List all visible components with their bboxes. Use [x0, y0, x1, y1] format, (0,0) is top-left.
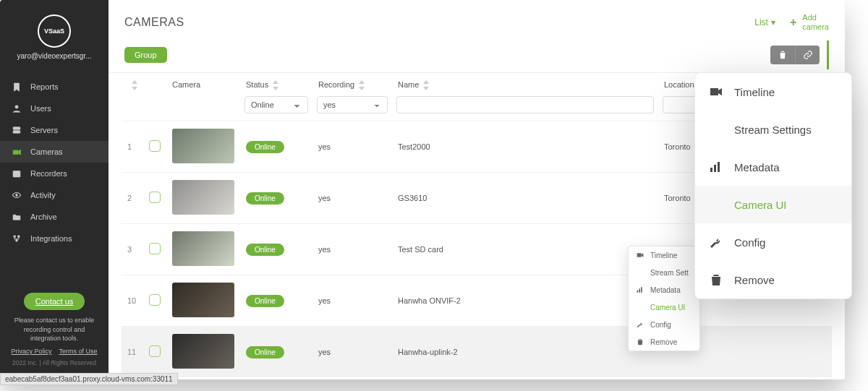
video-icon: [708, 84, 724, 100]
sidebar-item-integrations[interactable]: Integrations: [0, 228, 109, 249]
row-index: 1: [122, 121, 143, 173]
cell-recording: yes: [312, 275, 392, 327]
cell-name: Test SD card: [392, 224, 658, 275]
sidebar-item-label: Recorders: [30, 169, 67, 178]
filter-name[interactable]: [396, 96, 654, 113]
sort-name[interactable]: [423, 80, 429, 90]
row-index: 11: [122, 327, 143, 378]
status-badge: Online: [246, 192, 284, 205]
context-item-config[interactable]: Config: [629, 316, 699, 333]
cell-recording: yes: [312, 173, 392, 224]
sort-recording[interactable]: [359, 80, 365, 90]
row-checkbox[interactable]: [149, 140, 161, 152]
sidebar-item-label: Archive: [30, 212, 57, 221]
context-item-timeline[interactable]: Timeline: [629, 246, 699, 264]
filter-recording[interactable]: yes: [317, 96, 388, 113]
cell-name: Test2000: [392, 121, 658, 173]
gear-icon: [636, 268, 644, 277]
browser-status-text: eabecab5af8decf3aa01.proxy.cloud-vms.com…: [0, 373, 178, 385]
camera-thumbnail[interactable]: [172, 129, 234, 163]
camera-thumbnail[interactable]: [172, 334, 234, 369]
view-list-button[interactable]: List ▾: [754, 17, 775, 27]
brand-logo: VSaaS: [38, 14, 71, 48]
terms-link[interactable]: Terms of Use: [59, 348, 97, 355]
page-header: CAMERAS List ▾ + Add camera: [109, 0, 845, 40]
row-checkbox[interactable]: [149, 345, 161, 357]
sidebar-item-label: Cameras: [30, 147, 63, 156]
context-item-stream-settings[interactable]: Stream Settings: [695, 111, 851, 148]
server-icon: [12, 125, 22, 135]
user-email: yaro@videoexpertsgr...: [7, 52, 101, 60]
cell-recording: yes: [312, 327, 392, 378]
sort-index[interactable]: [132, 80, 137, 90]
context-item-config[interactable]: Config: [695, 223, 851, 261]
fine-print: Please contact us to enable recording co…: [9, 316, 100, 343]
bars-icon: [708, 159, 724, 175]
table-row[interactable]: 11 Online yes Hanwha-uplink-2: [122, 327, 832, 378]
row-index: 2: [122, 173, 143, 224]
eye-icon: [12, 190, 22, 200]
context-menu-zoom: TimelineStream SettingsMetadataCamera UI…: [694, 72, 852, 299]
cell-name: Hanwha ONVIF-2: [392, 275, 658, 327]
context-item-camera-ui[interactable]: Camera UI: [629, 298, 699, 316]
sidebar-item-archive[interactable]: Archive: [0, 206, 109, 228]
video-icon: [636, 251, 644, 259]
group-button[interactable]: Group: [124, 47, 167, 63]
row-checkbox[interactable]: [149, 243, 161, 254]
copyright: 2022 Inc. | All Rights Reserved: [9, 359, 100, 366]
trash-icon: [708, 272, 724, 288]
cell-name: Hanwha-uplink-2: [392, 327, 658, 378]
row-checkbox[interactable]: [149, 192, 161, 203]
camera-thumbnail[interactable]: [172, 283, 234, 317]
context-item-metadata[interactable]: Metadata: [629, 281, 699, 298]
context-item-timeline[interactable]: Timeline: [695, 73, 851, 111]
context-item-stream-sett[interactable]: Stream Sett: [629, 264, 699, 281]
sidebar-item-label: Activity: [30, 191, 56, 199]
camera-thumbnail[interactable]: [172, 231, 234, 266]
camera-icon: [12, 147, 22, 157]
status-badge: Online: [246, 141, 284, 153]
recorder-icon: [12, 168, 22, 179]
col-location: Location: [664, 80, 694, 89]
row-context-menu: TimelineStream SettMetadataCamera UIConf…: [628, 246, 700, 351]
sidebar-item-recorders[interactable]: Recorders: [0, 163, 109, 184]
col-camera: Camera: [172, 80, 200, 89]
sidebar-item-cameras[interactable]: Cameras: [0, 141, 109, 163]
context-item-remove[interactable]: Remove: [629, 333, 699, 351]
cell-name: GS3610: [392, 173, 658, 224]
divider-accent: [827, 40, 829, 69]
privacy-link[interactable]: Privacy Policy: [12, 348, 52, 355]
sidebar-item-users[interactable]: Users: [0, 98, 109, 119]
logo-block: VSaaS yaro@videoexpertsgr...: [0, 0, 109, 67]
gear-icon: [708, 121, 724, 137]
cell-group: [738, 327, 832, 378]
bulk-link-button[interactable]: [795, 46, 820, 64]
plus-icon: +: [790, 16, 796, 29]
trash-icon: [636, 338, 644, 346]
sort-status[interactable]: [273, 80, 278, 90]
sidebar-item-servers[interactable]: Servers: [0, 119, 109, 141]
filter-status[interactable]: Online: [244, 96, 308, 113]
sidebar-item-label: Servers: [30, 126, 58, 134]
camera-thumbnail[interactable]: [172, 180, 234, 215]
context-item-metadata[interactable]: Metadata: [695, 148, 851, 186]
sidebar-item-activity[interactable]: Activity: [0, 184, 109, 206]
context-item-camera-ui[interactable]: Camera UI: [695, 186, 851, 223]
row-index: 10: [122, 275, 143, 327]
status-badge: Online: [246, 346, 284, 358]
integrations-icon: [12, 233, 22, 244]
bulk-delete-button[interactable]: [770, 46, 795, 64]
col-recording: Recording: [318, 80, 354, 89]
context-item-remove[interactable]: Remove: [695, 261, 851, 298]
row-checkbox[interactable]: [149, 294, 161, 306]
chevron-down-icon: ▾: [771, 17, 775, 27]
contact-us-button[interactable]: Contact us: [24, 293, 85, 310]
status-badge: Online: [246, 244, 284, 256]
sidebar-item-reports[interactable]: Reports: [0, 76, 109, 98]
folder-icon: [12, 212, 22, 222]
add-camera-button[interactable]: + Add camera: [790, 13, 829, 32]
cell-recording: yes: [312, 121, 392, 173]
toolbar: Group: [109, 40, 845, 73]
sidebar: VSaaS yaro@videoexpertsgr... ReportsUser…: [0, 0, 109, 379]
sidebar-item-label: Users: [30, 104, 51, 113]
